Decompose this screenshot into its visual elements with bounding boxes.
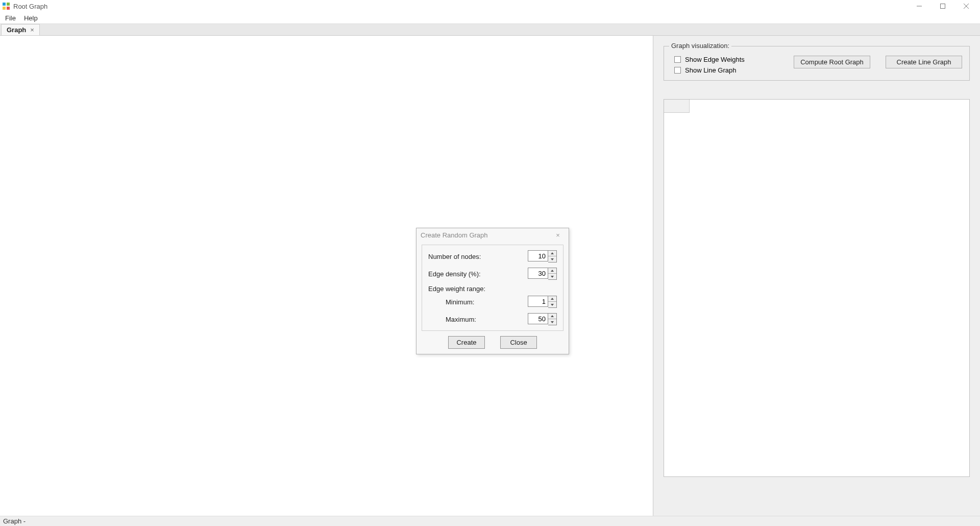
app-icon: [2, 2, 10, 10]
svg-marker-12: [551, 298, 554, 300]
svg-marker-10: [551, 270, 554, 272]
status-bar: Graph -: [0, 516, 980, 526]
svg-marker-9: [551, 258, 554, 260]
status-text: Graph -: [3, 517, 26, 525]
svg-marker-14: [551, 315, 554, 317]
num-nodes-label: Number of nodes:: [428, 253, 481, 260]
svg-marker-11: [551, 276, 554, 278]
max-label: Maximum:: [446, 316, 476, 323]
svg-rect-0: [3, 3, 6, 6]
tab-label: Graph: [7, 26, 26, 34]
minimize-button[interactable]: [908, 0, 931, 12]
svg-marker-8: [551, 252, 554, 254]
min-spinner: [528, 296, 557, 308]
show-line-graph-label: Show Line Graph: [685, 66, 736, 74]
max-down-icon[interactable]: [548, 319, 556, 325]
dialog-close-icon[interactable]: ×: [551, 231, 565, 239]
svg-rect-3: [7, 7, 10, 10]
show-line-graph-checkbox[interactable]: [674, 67, 681, 74]
graph-visualization-group: Graph visualization: Show Edge Weights S…: [664, 46, 970, 81]
edge-density-label: Edge density (%):: [428, 270, 481, 278]
maximize-button[interactable]: [931, 0, 954, 12]
close-button[interactable]: Close: [500, 336, 537, 349]
edge-weight-range-label: Edge weight range:: [428, 285, 485, 293]
edge-density-input[interactable]: [528, 268, 548, 279]
show-edge-weights-checkbox[interactable]: [674, 56, 681, 63]
num-nodes-spinner: [528, 250, 557, 262]
edge-density-down-icon[interactable]: [548, 274, 556, 279]
window-buttons: [908, 0, 978, 12]
svg-rect-2: [3, 7, 6, 10]
create-line-graph-button[interactable]: Create Line Graph: [886, 56, 962, 68]
create-random-graph-dialog: Create Random Graph × Number of nodes:: [416, 228, 569, 354]
svg-marker-15: [551, 321, 554, 323]
group-legend: Graph visualization:: [669, 42, 731, 50]
svg-rect-1: [7, 3, 10, 6]
title-bar: Root Graph: [0, 0, 980, 12]
menu-bar: File Help: [0, 12, 980, 23]
data-table-panel[interactable]: [664, 99, 970, 477]
window-title: Root Graph: [13, 3, 47, 10]
svg-rect-5: [941, 4, 945, 9]
compute-root-graph-button[interactable]: Compute Root Graph: [794, 56, 870, 68]
tab-close-icon[interactable]: ×: [30, 26, 34, 34]
num-nodes-down-icon[interactable]: [548, 256, 556, 262]
close-window-button[interactable]: [954, 0, 978, 12]
table-corner-cell: [664, 100, 690, 113]
edge-density-up-icon[interactable]: [548, 268, 556, 274]
show-edge-weights-label: Show Edge Weights: [685, 56, 745, 63]
max-up-icon[interactable]: [548, 314, 556, 319]
max-spinner: [528, 313, 557, 325]
min-up-icon[interactable]: [548, 296, 556, 302]
dialog-title-bar[interactable]: Create Random Graph ×: [416, 228, 569, 242]
tab-bar: Graph ×: [0, 23, 980, 36]
dialog-frame: Number of nodes: Edge density (%):: [422, 245, 564, 331]
tab-graph[interactable]: Graph ×: [1, 24, 40, 35]
min-input[interactable]: [528, 296, 548, 307]
num-nodes-input[interactable]: [528, 250, 548, 261]
dialog-title: Create Random Graph: [421, 231, 488, 239]
edge-density-spinner: [528, 268, 557, 280]
max-input[interactable]: [528, 313, 548, 324]
svg-marker-13: [551, 304, 554, 306]
min-label: Minimum:: [446, 298, 474, 306]
min-down-icon[interactable]: [548, 302, 556, 307]
num-nodes-up-icon[interactable]: [548, 251, 556, 256]
menu-help[interactable]: Help: [20, 13, 42, 23]
side-panel: Graph visualization: Show Edge Weights S…: [653, 36, 980, 516]
menu-file[interactable]: File: [1, 13, 20, 23]
graph-canvas[interactable]: Create Random Graph × Number of nodes:: [0, 36, 653, 516]
create-button[interactable]: Create: [448, 336, 485, 349]
